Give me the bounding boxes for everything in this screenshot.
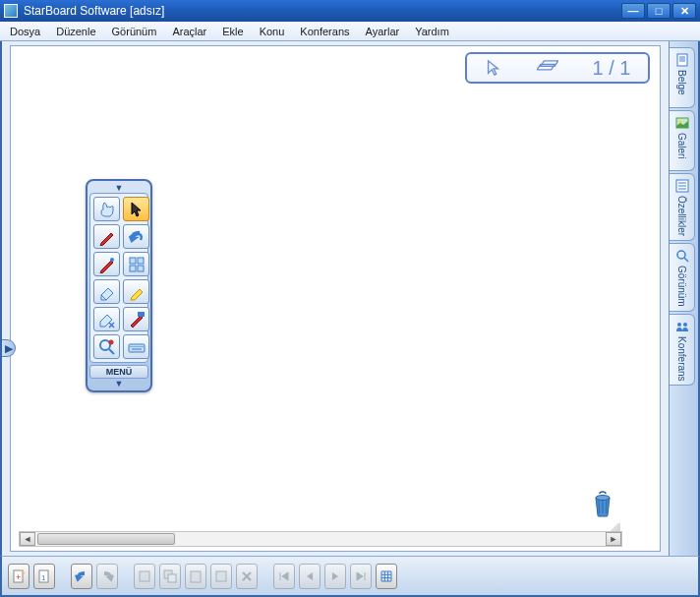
trash-icon[interactable] xyxy=(593,490,612,517)
cursor-tool[interactable] xyxy=(123,197,149,221)
sidetab-galeri[interactable]: Galeri xyxy=(670,110,695,171)
scroll-thumb[interactable] xyxy=(37,533,175,545)
menu-gorunum[interactable]: Görünüm xyxy=(104,24,165,39)
undo-tool[interactable] xyxy=(123,224,149,249)
sidetab-label: Görünüm xyxy=(676,266,687,307)
bottom-toolbar: + 1 xyxy=(0,556,700,597)
clone-button xyxy=(210,564,232,589)
layers-icon xyxy=(537,59,558,77)
app-window: StarBoard Software [adsız] — □ ✕ Dosya D… xyxy=(0,0,700,597)
paste-button xyxy=(185,564,206,589)
nav-first-button xyxy=(273,564,295,589)
sidetab-label: Galeri xyxy=(676,133,687,159)
svg-rect-10 xyxy=(677,54,687,66)
svg-rect-21 xyxy=(140,571,149,581)
app-icon xyxy=(4,4,18,18)
scroll-left-button[interactable]: ◄ xyxy=(20,532,35,546)
touch-tool[interactable] xyxy=(93,197,120,221)
menu-ayarlar[interactable]: Ayarlar xyxy=(358,24,408,39)
svg-point-8 xyxy=(108,339,113,344)
tool-grid xyxy=(89,193,148,363)
gallery-icon xyxy=(674,115,690,131)
toolbox-menu-button[interactable]: MENÜ xyxy=(89,365,148,379)
keyboard-tool[interactable] xyxy=(123,334,149,359)
toolbox-handle-bottom[interactable]: ▼ xyxy=(89,379,148,388)
pen-tool[interactable] xyxy=(93,224,120,249)
cursor-icon xyxy=(485,59,502,77)
toolbox-handle-top[interactable]: ▼ xyxy=(89,183,148,193)
svg-rect-23 xyxy=(168,574,176,582)
titlebar: StarBoard Software [adsız] — □ ✕ xyxy=(0,0,700,22)
nav-next-button xyxy=(324,564,346,589)
menu-konu[interactable]: Konu xyxy=(252,24,293,39)
sidetab-label: Özellikler xyxy=(676,196,687,236)
copy-button xyxy=(159,564,181,589)
minimize-button[interactable]: — xyxy=(621,3,645,19)
svg-rect-3 xyxy=(138,258,144,264)
menu-konferans[interactable]: Konferans xyxy=(292,24,357,39)
zoom-tool[interactable] xyxy=(93,334,120,359)
page-thumb-button[interactable]: 1 xyxy=(33,564,55,589)
svg-rect-5 xyxy=(138,266,144,271)
sidetab-label: Belge xyxy=(676,70,687,95)
svg-point-15 xyxy=(677,323,681,327)
view-icon xyxy=(674,248,690,264)
undo-button[interactable] xyxy=(71,564,92,589)
svg-rect-4 xyxy=(130,266,136,271)
page-number: 1 / 1 xyxy=(593,57,631,80)
sidetab-gorunum[interactable]: Görünüm xyxy=(670,243,695,312)
horizontal-scrollbar[interactable]: ◄ ► xyxy=(19,531,622,547)
highlighter-tool[interactable] xyxy=(123,279,149,304)
close-button[interactable]: ✕ xyxy=(672,3,696,19)
nav-last-button xyxy=(350,564,372,589)
svg-point-7 xyxy=(100,340,110,350)
pen2-tool[interactable] xyxy=(93,252,120,276)
color-tool[interactable] xyxy=(123,307,149,331)
eraser-tool[interactable] xyxy=(93,279,120,304)
new-page-button[interactable]: + xyxy=(8,564,29,589)
erase-all-tool[interactable] xyxy=(93,307,120,331)
conference-icon xyxy=(674,319,690,334)
scroll-right-button[interactable]: ► xyxy=(606,532,621,546)
svg-rect-6 xyxy=(138,312,145,317)
nav-prev-button xyxy=(299,564,321,589)
cut-button xyxy=(134,564,155,589)
grid-button[interactable] xyxy=(376,564,397,589)
panel-tool[interactable] xyxy=(123,252,149,276)
floating-toolbox[interactable]: ▼ MENÜ ▼ xyxy=(86,179,152,392)
svg-point-16 xyxy=(683,323,687,327)
sidetab-belge[interactable]: Belge xyxy=(670,47,695,108)
page-indicator[interactable]: 1 / 1 xyxy=(465,52,650,84)
sidetab-label: Konferans xyxy=(676,336,687,382)
menu-dosya[interactable]: Dosya xyxy=(2,24,48,39)
svg-text:+: + xyxy=(16,572,21,582)
menu-ekle[interactable]: Ekle xyxy=(214,24,251,39)
document-icon xyxy=(674,52,690,68)
sidetab-konferans[interactable]: Konferans xyxy=(670,314,695,387)
svg-rect-2 xyxy=(130,258,136,264)
maximize-button[interactable]: □ xyxy=(647,3,671,19)
content-area: 1 / 1 ◄ ► ▶ ▼ xyxy=(0,41,700,556)
svg-rect-25 xyxy=(216,571,226,581)
menu-yardim[interactable]: Yardım xyxy=(407,24,457,39)
svg-text:1: 1 xyxy=(41,573,46,582)
redo-button[interactable] xyxy=(96,564,118,589)
svg-point-0 xyxy=(596,496,610,501)
svg-point-14 xyxy=(677,251,685,259)
svg-rect-9 xyxy=(129,344,145,352)
properties-icon xyxy=(674,178,690,194)
window-title: StarBoard Software [adsız] xyxy=(24,4,619,18)
menu-araclar[interactable]: Araçlar xyxy=(164,24,214,39)
svg-rect-24 xyxy=(191,571,201,582)
side-panel-tabs: Belge Galeri Özellikler Görünüm Konferan… xyxy=(669,41,698,556)
svg-point-1 xyxy=(110,258,114,262)
delete-button xyxy=(236,564,258,589)
menu-duzenle[interactable]: Düzenle xyxy=(48,24,103,39)
menubar: Dosya Düzenle Görünüm Araçlar Ekle Konu … xyxy=(0,22,700,41)
sidetab-ozellikler[interactable]: Özellikler xyxy=(670,173,695,241)
